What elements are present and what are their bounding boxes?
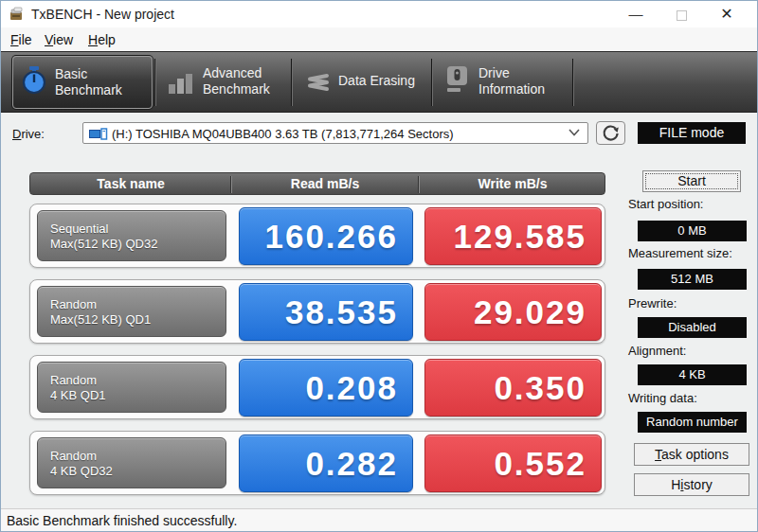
task-button-sequential-qd32[interactable]: SequentialMax(512 KB) QD32 (37, 210, 226, 261)
menu-file[interactable]: File (5, 30, 38, 49)
write-value: 29.029 (424, 283, 602, 341)
erase-icon (304, 73, 331, 94)
stopwatch-icon (21, 65, 47, 96)
tab-label: Data Erasing (338, 73, 415, 89)
title-bar: TxBENCH - New project — ✕ (1, 1, 757, 27)
write-value: 0.350 (424, 359, 602, 417)
tab-label: AdvancedBenchmark (203, 65, 270, 98)
tab-separator (572, 59, 574, 106)
tab-separator (431, 59, 433, 106)
task-button-random-4kb-qd32[interactable]: Random4 KB QD32 (37, 437, 226, 488)
chevron-down-icon (568, 129, 580, 136)
column-header-write: Write mB/s (419, 173, 606, 196)
menu-view[interactable]: View (39, 30, 79, 49)
tab-bar: BasicBenchmark AdvancedBenchmark Data Er… (1, 51, 757, 113)
minimize-button[interactable]: — (615, 1, 657, 27)
refresh-icon (602, 124, 621, 143)
read-value: 160.266 (239, 207, 413, 265)
tab-basic-benchmark[interactable]: BasicBenchmark (12, 56, 153, 109)
menu-help[interactable]: Help (82, 30, 121, 49)
table-row: Random4 KB QD1 0.208 0.350 (29, 355, 605, 419)
task-button-random-qd1[interactable]: RandomMax(512 KB) QD1 (37, 286, 226, 337)
column-header-read: Read mB/s (231, 173, 419, 196)
maximize-icon (677, 10, 687, 21)
drive-combo-icon (89, 127, 108, 141)
column-header-task-name: Task name (30, 173, 231, 196)
prewrite-value[interactable]: Disabled (638, 317, 747, 338)
drive-selected-value: (H:) TOSHIBA MQ04UBB400 3.63 TB (7,813,7… (112, 127, 454, 141)
history-button[interactable]: History (634, 473, 749, 496)
read-value: 0.282 (239, 434, 413, 492)
status-bar: Basic Benchmark finished successfully. (1, 508, 757, 532)
window-title: TxBENCH - New project (31, 7, 174, 22)
app-icon (9, 7, 25, 22)
table-row: RandomMax(512 KB) QD1 38.535 29.029 (29, 279, 605, 344)
tab-label: DriveInformation (478, 65, 545, 98)
txbench-window: TxBENCH - New project — ✕ File View Help… (0, 0, 758, 532)
drive-select[interactable]: (H:) TOSHIBA MQ04UBB400 3.63 TB (7,813,7… (82, 122, 588, 144)
focus-rect (645, 173, 738, 189)
writing-data-value[interactable]: Random number (638, 412, 747, 433)
file-mode-button[interactable]: FILE mode (638, 122, 746, 144)
writing-data-label: Writing data: (628, 391, 697, 405)
drive-icon (444, 65, 471, 98)
start-position-value[interactable]: 0 MB (638, 221, 747, 241)
table-row: SequentialMax(512 KB) QD32 160.266 129.5… (29, 204, 605, 268)
table-row: Random4 KB QD32 0.282 0.552 (29, 431, 605, 495)
write-value: 129.585 (424, 207, 602, 265)
tab-separator (154, 59, 156, 106)
write-value: 0.552 (424, 434, 602, 492)
maximize-button[interactable] (660, 1, 702, 27)
read-value: 38.535 (239, 283, 413, 341)
start-button[interactable]: Start (642, 170, 741, 192)
prewrite-label: Prewrite: (628, 296, 677, 310)
bar-chart-icon (168, 71, 196, 96)
measurement-size-value[interactable]: 512 MB (638, 269, 747, 290)
tab-separator (291, 59, 293, 106)
alignment-value[interactable]: 4 KB (638, 364, 747, 385)
tab-drive-information[interactable]: DriveInformation (435, 56, 569, 109)
menu-bar: File View Help (1, 27, 757, 51)
read-value: 0.208 (239, 359, 413, 417)
refresh-drives-button[interactable] (596, 121, 625, 145)
tab-advanced-benchmark[interactable]: AdvancedBenchmark (158, 56, 289, 109)
task-options-button[interactable]: Task options (634, 443, 749, 466)
close-button[interactable]: ✕ (706, 1, 748, 27)
drive-label: Drive: (12, 127, 45, 141)
alignment-label: Alignment: (628, 344, 686, 358)
start-position-label: Start position: (628, 197, 704, 211)
tab-data-erasing[interactable]: Data Erasing (295, 56, 427, 109)
tab-label: BasicBenchmark (55, 66, 122, 98)
status-message: Basic Benchmark finished successfully. (7, 509, 237, 532)
results-table-header: Task name Read mB/s Write mB/s (29, 172, 605, 195)
measurement-size-label: Measurement size: (628, 246, 732, 260)
task-button-random-4kb-qd1[interactable]: Random4 KB QD1 (37, 362, 226, 413)
